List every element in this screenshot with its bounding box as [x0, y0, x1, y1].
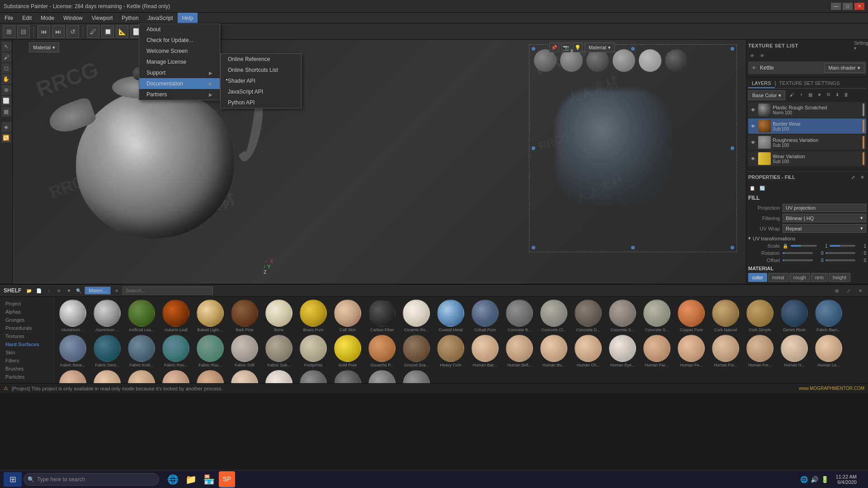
- shelf-item-bone[interactable]: Bone: [263, 300, 295, 332]
- shelf-item-cork-n[interactable]: Cork Natural: [710, 300, 741, 332]
- shelf-item-human-ey[interactable]: Human Eye...: [607, 335, 638, 367]
- shelf-item-human-h[interactable]: Human H...: [778, 335, 810, 367]
- props-close-btn[interactable]: ✕: [858, 173, 866, 181]
- tool-clone[interactable]: ⊕: [1, 85, 11, 95]
- tool-paint[interactable]: 🖌: [1, 52, 11, 62]
- toolbar-btn5[interactable]: 📐: [116, 25, 128, 38]
- shelf-item-concrete-d[interactable]: Concrete D...: [572, 300, 604, 332]
- shelf-grid-view-btn[interactable]: ⊞: [833, 286, 841, 295]
- shelf-item-human-no2[interactable]: Human No...: [194, 370, 226, 383]
- toolbar-prev[interactable]: ⏮: [38, 25, 50, 38]
- menu-javascript[interactable]: JavaScript: [143, 13, 178, 23]
- shelf-item-coated[interactable]: Coated Metal: [435, 300, 467, 332]
- doc-online-shortcuts[interactable]: Online Shortcuts List: [221, 65, 301, 75]
- taskbar-substance-btn[interactable]: SP: [219, 471, 235, 488]
- uvwrap-dropdown[interactable]: Repeat ▾: [783, 224, 866, 233]
- eye-icon[interactable]: 👁: [748, 52, 756, 60]
- shelf-item-ground[interactable]: Ground Gra...: [401, 335, 432, 367]
- help-support[interactable]: Support ▶: [139, 67, 220, 78]
- toolbar-grid2[interactable]: ⊟: [17, 25, 30, 38]
- texture-set-vis-icon[interactable]: 👁: [750, 64, 758, 72]
- menu-help[interactable]: Help: [178, 13, 198, 23]
- tool-smudge[interactable]: ✋: [1, 74, 11, 84]
- doc-shader-api[interactable]: Shader API: [221, 75, 301, 86]
- menu-mode[interactable]: Mode: [36, 13, 59, 23]
- shelf-item-human-fe[interactable]: Human Fe...: [675, 335, 707, 367]
- shelf-item-cobalt[interactable]: Cobalt Pure: [469, 300, 501, 332]
- scale-slider2[interactable]: [830, 245, 856, 247]
- shelf-item-copper[interactable]: Copper Pure: [675, 300, 707, 332]
- tool-fill[interactable]: ⬜: [1, 96, 11, 106]
- menu-window[interactable]: Window: [59, 13, 87, 23]
- layer-plastic-mode[interactable]: Norm: [773, 110, 783, 115]
- shelf-item-fabric-ro[interactable]: Fabric Rou...: [160, 335, 192, 367]
- minimize-button[interactable]: —: [831, 3, 841, 10]
- vp-camera-btn[interactable]: 📷: [561, 42, 571, 52]
- layer-effect-btn[interactable]: ★: [815, 90, 823, 99]
- shelf-item-concrete-cl[interactable]: Concrete Cl...: [538, 300, 570, 332]
- tool-bake[interactable]: 🔁: [1, 133, 11, 143]
- tool-eraser[interactable]: ◻: [1, 63, 11, 73]
- shelf-item-human-wh[interactable]: Human Wh...: [263, 370, 295, 383]
- shelf-item-iron-ga[interactable]: Iron Galvan...: [401, 370, 432, 383]
- uv-transforms-header[interactable]: ▾ UV transformations: [748, 235, 866, 241]
- shelf-tab-close[interactable]: ✕: [113, 286, 121, 295]
- shelf-cat-procedurals[interactable]: Procedurals: [3, 324, 51, 332]
- taskbar-start-button[interactable]: ⊞: [4, 472, 22, 487]
- shelf-item-human-na[interactable]: Human Na...: [91, 370, 123, 383]
- shelf-item-human-bu[interactable]: Human Bu...: [538, 335, 570, 367]
- help-welcome-screen[interactable]: Welcome Screen: [139, 46, 220, 56]
- shelf-item-fabric-d[interactable]: Fabric Deni...: [91, 335, 123, 367]
- shelf-item-heavy-cork[interactable]: Heavy Cork: [435, 335, 467, 367]
- shelf-item-bark[interactable]: Bark Pine: [229, 300, 260, 332]
- shelf-item-fabric-su[interactable]: Fabric Suit...: [263, 335, 295, 367]
- shader-dropdown[interactable]: Main shader ▾: [824, 63, 864, 73]
- mat-btn-metal[interactable]: metal: [768, 273, 788, 282]
- layer-wear-variation[interactable]: 👁 Wear Variation Sub 100: [748, 151, 866, 166]
- shelf-close-btn[interactable]: ✕: [856, 286, 864, 295]
- help-documentation[interactable]: Documentation ▶: [139, 78, 220, 89]
- taskbar-edge-btn[interactable]: 🌐: [165, 471, 181, 488]
- shelf-item-concrete-s2[interactable]: Concrete S...: [641, 300, 673, 332]
- tab-layers[interactable]: LAYERS: [748, 79, 775, 88]
- shelf-item-fabric-kn[interactable]: Fabric Knitt...: [126, 335, 157, 367]
- eye-icon2[interactable]: 👁: [758, 52, 766, 60]
- layer-roughness-mode[interactable]: Sub: [773, 143, 781, 148]
- layer-paint-btn[interactable]: 🖌: [788, 90, 796, 99]
- mat-btn-color[interactable]: color: [748, 273, 767, 282]
- material-dropdown-right[interactable]: Material ▾: [585, 42, 615, 52]
- shelf-item-human-fa[interactable]: Human Fac...: [641, 335, 673, 367]
- toolbar-next[interactable]: ⏭: [52, 25, 65, 38]
- toolbar-btn4[interactable]: 🔲: [101, 25, 114, 38]
- help-about[interactable]: About: [139, 24, 220, 35]
- tool-select[interactable]: ↖: [1, 42, 11, 52]
- shelf-item-footprints[interactable]: Footprints: [297, 335, 329, 367]
- channel-dropdown[interactable]: Base Color ▾: [748, 90, 785, 100]
- shelf-delete-btn[interactable]: ✕: [55, 286, 63, 295]
- rotation-slider2[interactable]: [826, 252, 856, 254]
- shelf-item-aluminium1[interactable]: Aluminium ...: [57, 300, 89, 332]
- tray-network-icon[interactable]: 🌐: [800, 476, 808, 483]
- shelf-item-human-bac[interactable]: Human Bac...: [469, 335, 501, 367]
- shelf-item-baked[interactable]: Baked Light ...: [194, 300, 226, 332]
- tool-geometry[interactable]: ◈: [1, 122, 11, 132]
- shelf-cat-textures[interactable]: Textures: [3, 332, 51, 340]
- tab-texture-set-settings[interactable]: TEXTURE SET SETTINGS: [776, 79, 844, 88]
- shelf-search-input[interactable]: [123, 286, 213, 295]
- layer-wear-vis[interactable]: 👁: [750, 155, 756, 162]
- props-layer-icon[interactable]: 📋: [748, 184, 756, 192]
- taskbar-explorer-btn[interactable]: 📁: [183, 471, 199, 488]
- layer-border-mode[interactable]: Sub: [773, 127, 781, 131]
- shelf-item-human-ch[interactable]: Human Ch...: [572, 335, 604, 367]
- help-manage-license[interactable]: Manage License: [139, 56, 220, 67]
- shelf-item-iron-br[interactable]: Iron Brushed: [297, 370, 329, 383]
- menu-file[interactable]: File: [0, 13, 18, 23]
- viewport-area[interactable]: RRCG 人人素材 www.rrcg.ch RRCG 人人素材: [13, 40, 746, 284]
- shelf-cat-alphas[interactable]: Alphas: [3, 308, 51, 316]
- layer-roughness-vis[interactable]: 👁: [750, 139, 756, 145]
- shelf-cat-brushes[interactable]: Brushes: [3, 365, 51, 373]
- help-partners[interactable]: Partners ▶: [139, 89, 220, 100]
- doc-javascript-api[interactable]: JavaScript API: [221, 86, 301, 97]
- shelf-item-concrete-b[interactable]: Concrete B...: [504, 300, 535, 332]
- shelf-item-human-le[interactable]: Human Le...: [813, 335, 844, 367]
